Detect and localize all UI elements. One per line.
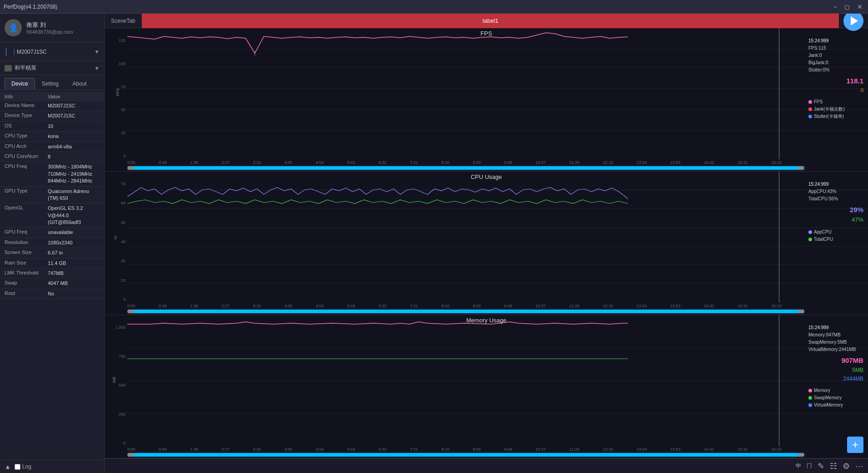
fps-chart-panel: FPS 125 100 75 50 25 0 FPS [105, 28, 868, 172]
memory-scrollbar[interactable] [127, 452, 804, 458]
device-name: M2007J1SC [17, 49, 47, 55]
cpu-scrollbar-thumb-right[interactable] [798, 310, 803, 313]
scene-tab-label: SceneTab [105, 14, 142, 28]
maximize-button[interactable]: ◻ [843, 3, 852, 10]
cpu-stat-appcpu: AppCPU:43% [808, 188, 866, 195]
minimize-button[interactable]: − [832, 3, 839, 10]
device-section: │⎹ M2007J1SC ▼ [0, 42, 104, 61]
memory-legend-memory: Memory [808, 387, 866, 394]
cpu-scrollbar[interactable] [127, 308, 804, 315]
info-row: Swap4047 MB [0, 279, 104, 289]
info-table-header: Info Value [0, 92, 104, 101]
info-key: Screen Size [5, 249, 48, 255]
game-icon [5, 65, 12, 71]
memory-legend-virtual-label: VirtualMemory [814, 402, 843, 409]
info-key: LMK Threshold [5, 270, 48, 275]
tab-setting[interactable]: Setting [35, 78, 66, 90]
info-val: arm64-v8a [48, 143, 100, 150]
cpu-chart-panel: CPU Usage 70 60 50 40 30 20 0 % [105, 172, 868, 315]
info-key: Device Type [5, 112, 48, 118]
sidebar-bottom: ▲ Log [0, 460, 104, 473]
info-key: CPU Freq [5, 163, 48, 169]
cpu-scrollbar-track [127, 310, 804, 313]
fps-chart-title: FPS [105, 28, 868, 38]
memory-legend-memory-label: Memory [814, 387, 830, 394]
info-val: M2007J1SC [48, 102, 100, 109]
memory-scrollbar-thumb-right[interactable] [798, 453, 803, 457]
info-key: Device Name [5, 102, 48, 108]
cpu-stats: 15:24:999 AppCPU:43% TotalCPU:56% 29% 47… [807, 181, 868, 243]
cpu-main-value: 29% [808, 204, 866, 215]
game-dropdown-icon[interactable]: ▼ [94, 65, 100, 71]
bottom-toolbar: 中 冂 ✎ ☷ ⚙ ⋯ [105, 458, 868, 473]
info-val: Qualcomm Adreno (TM) 650 [48, 188, 100, 202]
avatar: 👤 [5, 19, 22, 36]
grid-button[interactable]: ☷ [830, 461, 837, 471]
scene-tab-content: label1 [142, 14, 839, 28]
info-row: CPU Freq300MHz - 1804MHz 710MHz - 2419MH… [0, 162, 104, 186]
cpu-x-axis: 0:000:491:382:273:164:054:545:436:327:21… [105, 303, 804, 308]
info-key: Root [5, 290, 48, 296]
stutter-dot [808, 115, 812, 118]
device-dropdown-icon[interactable]: ▼ [94, 49, 100, 55]
fps-stat-stutter: Stutter:0% [808, 66, 866, 74]
info-key: CPU Arch [5, 143, 48, 149]
fps-chart-inner [127, 28, 868, 159]
info-key: Ram Size [5, 260, 48, 265]
fps-stat-jank: Jank:0 [808, 52, 866, 59]
cpu-stat-totalcpu: TotalCPU:56% [808, 195, 866, 203]
play-icon [851, 16, 858, 25]
fps-scrollbar-thumb-left[interactable] [128, 166, 134, 170]
fps-y-100: 100 [106, 61, 126, 66]
virtual-dot [808, 403, 812, 407]
info-val: unavailable [48, 229, 100, 236]
log-toggle[interactable] [15, 464, 20, 470]
tab-device[interactable]: Device [5, 78, 35, 90]
info-key: Resolution [5, 239, 48, 245]
info-val: 747MB [48, 270, 100, 277]
info-val: kona [48, 133, 100, 140]
fps-svg [127, 28, 868, 159]
font-button[interactable]: 冂 [807, 462, 812, 470]
fps-scrollbar-thumb-right[interactable] [798, 166, 803, 170]
info-row: GPU TypeQualcomm Adreno (TM) 650 [0, 187, 104, 204]
game-section: 和平精英 ▼ [0, 61, 104, 75]
memory-scrollbar-thumb-left[interactable] [128, 453, 134, 457]
edit-button[interactable]: ✎ [818, 461, 824, 471]
collapse-icon[interactable]: ▲ [5, 463, 11, 470]
memory-chart-title: Memory Usage [105, 315, 868, 325]
fps-scrollbar[interactable] [127, 165, 804, 171]
lang-button[interactable]: 中 [796, 462, 801, 470]
memory-legend-virtual: VirtualMemory [808, 402, 866, 409]
add-chart-button[interactable]: + [847, 437, 863, 453]
fps-y-0: 0 [106, 154, 126, 158]
memory-stat-virtual: VirtualMemory:2441MB [808, 346, 866, 353]
memory-value-container: 907MB 5MB 2444MB [808, 355, 866, 383]
tab-about[interactable]: About [66, 78, 93, 90]
appcpu-dot [808, 230, 812, 234]
memory-chart-panel: Memory Usage 1,000 750 500 250 0 MB [105, 315, 868, 458]
jank-dot [808, 107, 812, 111]
fps-y-label: FPS [116, 88, 120, 96]
fps-scrollbar-track [127, 166, 804, 170]
info-key: GPU Type [5, 188, 48, 193]
info-val: OpenGL ES 3.2 V@444.0 (GIT@856adf3 [48, 205, 100, 226]
memory-third-value: 2444MB [808, 375, 866, 383]
swap-dot [808, 396, 812, 400]
info-val: No [48, 290, 100, 297]
settings-button[interactable]: ⚙ [843, 461, 850, 471]
cpu-scrollbar-thumb-left[interactable] [128, 310, 134, 313]
fps-stats: 15:24:999 FPS:115 Jank:0 BigJank:0 Stutt… [807, 37, 868, 120]
memory-scrollbar-track [127, 453, 804, 457]
close-button[interactable]: ✕ [855, 3, 864, 10]
memory-svg [127, 315, 868, 446]
info-row: Ram Size11.4 GB [0, 259, 104, 269]
more-button[interactable]: ⋯ [855, 461, 863, 471]
info-col-header: Info [5, 94, 48, 99]
value-col-header: Value [48, 94, 100, 99]
fps-legend-stutter: Stutter(卡顿率) [808, 113, 866, 120]
cpu-value-container: 29% 47% [808, 204, 866, 225]
info-key: Swap [5, 280, 48, 285]
cpu-svg [127, 172, 868, 303]
memory-stat-timestamp: 15:24:999 [808, 324, 866, 331]
